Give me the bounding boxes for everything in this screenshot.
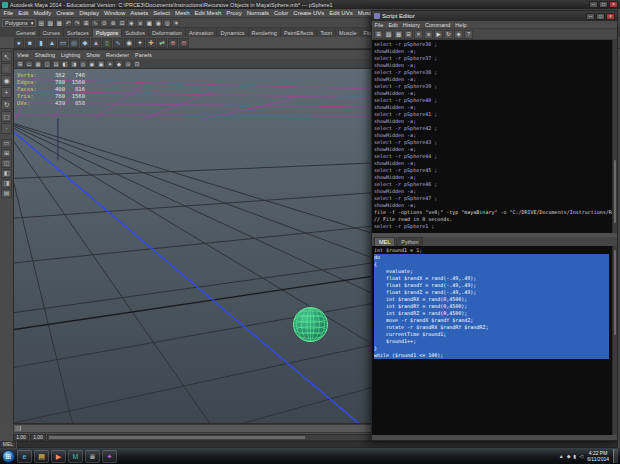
menu-set-dropdown[interactable]: Polygons ▾ <box>2 19 36 27</box>
media-player-icon[interactable]: ▶ <box>51 450 66 463</box>
polygon-torus-icon[interactable]: ◎ <box>69 38 79 48</box>
shelf-tab[interactable]: Polygons <box>93 29 123 37</box>
scrollbar-thumb[interactable] <box>614 250 616 335</box>
undo-icon[interactable]: ↶ <box>64 19 72 27</box>
paint-icon[interactable]: ✦ <box>102 450 117 463</box>
panel-menu-item[interactable]: Panels <box>132 52 155 58</box>
maya-titlebar[interactable]: Autodesk Maya 2014 - Educational Version… <box>0 0 620 9</box>
persp-graph-layout-icon[interactable]: ◨ <box>1 179 12 188</box>
maximize-button[interactable]: □ <box>596 13 605 20</box>
polygon-sphere-icon[interactable]: ● <box>14 38 24 48</box>
screen-space-ao-icon[interactable]: ⊙ <box>124 60 132 68</box>
show-stack-trace-icon[interactable]: ◈ <box>454 30 463 39</box>
paint-selection-tool-icon[interactable]: ◉ <box>1 75 12 86</box>
history-pane[interactable]: select -r pSphere36 ;showHidden -a;selec… <box>372 40 617 233</box>
scale-tool-icon[interactable]: ▢ <box>1 111 12 122</box>
hidden-icons-icon[interactable]: ▲ <box>559 453 564 459</box>
polygon-helix-icon[interactable]: ∿ <box>113 38 123 48</box>
shelf-tab[interactable]: Animation <box>186 29 217 37</box>
four-pane-layout-icon[interactable]: ⊞ <box>1 149 12 158</box>
new-tab-icon[interactable]: ⊞ <box>374 30 383 39</box>
last-tool-icon[interactable]: · <box>1 123 12 134</box>
rotate-tool-icon[interactable]: ↻ <box>1 99 12 110</box>
polygon-cube-icon[interactable]: ■ <box>25 38 35 48</box>
menu-item[interactable]: Edit Mesh <box>192 10 224 16</box>
hypershade-persp-layout-icon[interactable]: ◧ <box>1 169 12 178</box>
snap-to-view-planes-icon[interactable]: ⊡ <box>118 19 126 27</box>
menu-item[interactable]: Edit <box>386 22 400 28</box>
range-min-field[interactable]: 1.00 <box>30 434 46 441</box>
select-tool-icon[interactable]: ↖ <box>1 51 12 62</box>
platonic-solid-icon[interactable]: ✦ <box>135 38 145 48</box>
panel-menu-item[interactable]: Show <box>83 52 103 58</box>
panel-menu-item[interactable]: View <box>14 52 32 58</box>
move-tool-icon[interactable]: + <box>1 87 12 98</box>
polygon-cylinder-icon[interactable]: ▮ <box>36 38 46 48</box>
sculpt-geometry-icon[interactable]: ✚ <box>146 38 156 48</box>
echo-all-commands-icon[interactable]: ↻ <box>444 30 453 39</box>
menu-item[interactable]: File <box>372 22 386 28</box>
ipr-render-icon[interactable]: ◎ <box>163 19 171 27</box>
windows-explorer-icon[interactable]: ▤ <box>34 450 49 463</box>
resolution-gate-icon[interactable]: ▦ <box>34 60 42 68</box>
render-settings-icon[interactable]: ✦ <box>172 19 180 27</box>
polygon-cone-icon[interactable]: ▲ <box>47 38 57 48</box>
input-scrollbar[interactable] <box>612 246 617 435</box>
taskbar-clock[interactable]: 4:22 PM 6/11/2014 <box>585 450 611 462</box>
use-all-lights-icon[interactable]: ✦ <box>106 60 114 68</box>
range-start-field[interactable]: 1.00 <box>13 434 29 441</box>
polygon-prism-icon[interactable]: ◆ <box>80 38 90 48</box>
clear-history-icon[interactable]: ⊟ <box>404 30 413 39</box>
wireframe-mode-icon[interactable]: ◎ <box>79 60 87 68</box>
film-gate-icon[interactable]: ▭ <box>25 60 33 68</box>
menu-item[interactable]: Edit UVs <box>327 10 355 16</box>
menu-item[interactable]: Normals <box>244 10 271 16</box>
volume-icon[interactable]: ◁ <box>579 453 583 459</box>
panel-menu-item[interactable]: Lighting <box>58 52 83 58</box>
save-script-icon[interactable]: ▦ <box>394 30 403 39</box>
close-button[interactable]: × <box>609 1 618 8</box>
shelf-tab[interactable]: Muscle <box>336 29 360 37</box>
execute-icon[interactable]: ▶ <box>434 30 443 39</box>
menu-item[interactable]: Display <box>77 10 102 16</box>
persp-uv-layout-icon[interactable]: ▤ <box>1 189 12 198</box>
snap-to-curves-icon[interactable]: ∿ <box>91 19 99 27</box>
menu-item[interactable]: History <box>400 22 422 28</box>
menu-item[interactable]: Proxy <box>224 10 244 16</box>
autodesk-maya-icon[interactable]: M <box>68 450 83 463</box>
clear-all-icon[interactable]: ≡ <box>424 30 433 39</box>
shadows-icon[interactable]: ◆ <box>115 60 123 68</box>
polygon-soccerball-icon[interactable]: ◉ <box>124 38 134 48</box>
shelf-tab[interactable]: Curves <box>40 29 64 37</box>
shelf-tab[interactable]: Subdivs <box>122 29 149 37</box>
script-tab[interactable]: Python <box>396 237 423 246</box>
smooth-shade-mode-icon[interactable]: ◉ <box>88 60 96 68</box>
single-pane-layout-icon[interactable]: ▭ <box>1 139 12 148</box>
help-icon[interactable]: ? <box>464 30 473 39</box>
field-chart-icon[interactable]: ▤ <box>52 60 60 68</box>
script-editor-titlebar[interactable]: Script Editor ─ □ × <box>372 11 617 21</box>
menu-item[interactable]: Select <box>151 10 173 16</box>
action-center-icon[interactable]: ◆ <box>567 453 571 459</box>
menu-item[interactable]: File <box>1 10 16 16</box>
safe-action-icon[interactable]: ◧ <box>61 60 69 68</box>
textured-mode-icon[interactable]: ▣ <box>97 60 105 68</box>
command-line-language[interactable]: MEL <box>0 441 16 448</box>
menu-item[interactable]: Color <box>271 10 290 16</box>
separate-icon[interactable]: ⊖ <box>179 38 189 48</box>
start-button[interactable]: ⊞ <box>2 450 15 463</box>
persp-outliner-layout-icon[interactable]: ◫ <box>1 159 12 168</box>
panel-menu-item[interactable]: Shading <box>32 52 58 58</box>
window-resize-grip[interactable] <box>372 435 617 440</box>
shelf-tab[interactable]: Dynamics <box>217 29 248 37</box>
polygon-pyramid-icon[interactable]: ▲ <box>91 38 101 48</box>
open-scene-icon[interactable]: ▧ <box>46 19 54 27</box>
menu-item[interactable]: Assets <box>128 10 151 16</box>
snap-to-grids-icon[interactable]: ⊞ <box>82 19 90 27</box>
panel-menu-item[interactable]: Renderer <box>103 52 132 58</box>
network-icon[interactable]: ▮ <box>574 453 577 459</box>
polygon-pipe-icon[interactable]: ▯ <box>102 38 112 48</box>
maximize-button[interactable]: □ <box>599 1 608 8</box>
menu-item[interactable]: Help <box>453 22 469 28</box>
show-desktop-button[interactable] <box>613 449 618 463</box>
